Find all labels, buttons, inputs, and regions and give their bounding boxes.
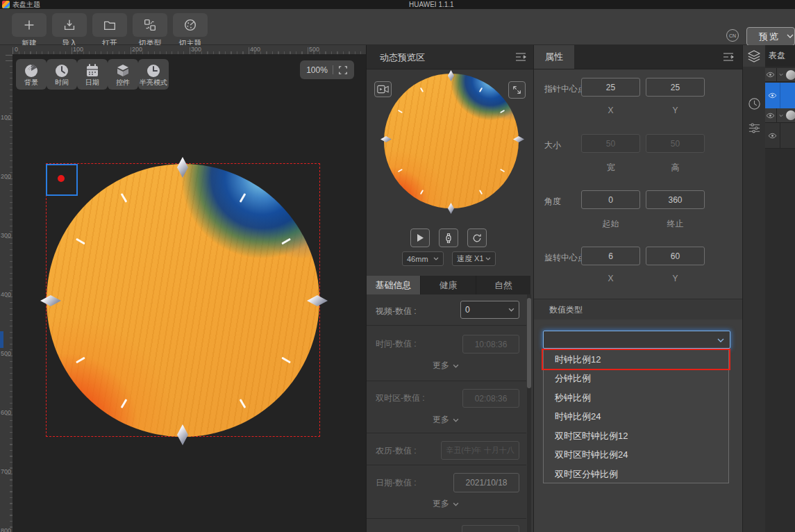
ruler-v-800: 800 — [1, 527, 11, 532]
date-value-input[interactable] — [453, 473, 519, 492]
angle-end-caption: 终止 — [646, 218, 705, 230]
layer-thumbnail — [786, 70, 795, 80]
expand-preview-button[interactable] — [508, 81, 526, 99]
option-dual-minute-ratio[interactable]: 双时区分钟比例 — [544, 465, 728, 484]
widget-tool-button[interactable]: 控件 — [108, 59, 138, 90]
option-clock-ratio-24[interactable]: 时钟比例24 — [544, 408, 728, 427]
collapse-panel-icon[interactable] — [723, 52, 734, 62]
option-dual-clock-ratio-24[interactable]: 双时区时钟比例24 — [544, 446, 728, 465]
time-value-input[interactable] — [462, 335, 519, 354]
time-tool-label: 时间 — [55, 78, 69, 88]
rotation-center-y-input[interactable] — [646, 247, 705, 265]
design-canvas[interactable]: 背景 时间 日期 控件 半亮模式 100% — [12, 54, 366, 532]
tab-basic-info[interactable]: 基础信息 — [367, 276, 420, 294]
lunar-value-input[interactable] — [441, 441, 519, 460]
value-type-select[interactable] — [543, 331, 730, 349]
preview-scrollbar-thumb[interactable] — [527, 298, 531, 388]
zoom-level: 100% — [306, 65, 328, 75]
layer-row-selected[interactable] — [765, 83, 795, 108]
open-button[interactable] — [92, 13, 127, 37]
pointer-center-x-caption: X — [581, 106, 640, 115]
eye-visibility-icon[interactable] — [765, 108, 777, 122]
horizontal-ruler: 0 100 200 300 400 500 — [12, 45, 366, 54]
play-button[interactable] — [410, 228, 430, 247]
switch-type-button[interactable] — [133, 13, 167, 37]
chevron-down-icon[interactable] — [779, 73, 783, 76]
sliders-icon[interactable] — [748, 121, 761, 134]
option-minute-ratio[interactable]: 分钟比例 — [544, 369, 728, 389]
background-tool-button[interactable]: 背景 — [16, 59, 47, 90]
angle-end-input[interactable] — [646, 190, 705, 209]
record-video-button[interactable] — [374, 81, 392, 97]
refresh-button[interactable] — [467, 228, 487, 247]
eye-visibility-icon[interactable] — [765, 83, 780, 108]
time-tool-button[interactable]: 时间 — [47, 59, 77, 90]
ruler-h-300: 300 — [191, 46, 201, 53]
eye-visibility-icon[interactable] — [765, 123, 780, 148]
date-tool-button[interactable]: 日期 — [77, 59, 108, 90]
title-bar: 表盘主题 HUAWEI 1.1.1 — [0, 0, 795, 9]
ruler-v-700: 700 — [1, 468, 11, 475]
dual-timezone-input[interactable] — [462, 389, 519, 408]
pointer-center-x-input[interactable] — [581, 78, 640, 97]
clock-outline-icon[interactable] — [748, 97, 761, 110]
import-button[interactable] — [52, 13, 87, 37]
ruler-v-100: 100 — [1, 114, 11, 121]
time-more-link[interactable]: 更多 — [433, 360, 459, 372]
vertical-ruler: 100 200 300 400 500 600 700 800 — [0, 54, 12, 532]
ruler-v-600: 600 — [1, 409, 11, 416]
watch-size-select[interactable]: 46mm — [402, 251, 444, 266]
dual-more-label: 更多 — [433, 414, 449, 426]
video-value-label: 视频-数值 : — [376, 306, 417, 317]
plus-icon — [22, 17, 37, 33]
date-tool-label: 日期 — [85, 78, 99, 88]
red-dot-widget[interactable] — [58, 175, 65, 182]
tab-nature[interactable]: 自然 — [476, 276, 530, 294]
next-field-input-partial[interactable] — [462, 525, 519, 532]
ruler-h-400: 400 — [250, 46, 260, 53]
time-value-label: 时间-数值 : — [376, 338, 417, 350]
watch-device-button[interactable] — [439, 228, 458, 247]
zoom-widget[interactable]: 100% — [300, 60, 354, 79]
eye-visibility-icon[interactable] — [765, 68, 777, 81]
tab-health[interactable]: 健康 — [420, 276, 476, 294]
layer-group-row[interactable] — [765, 108, 795, 123]
properties-tab[interactable]: 属性 — [534, 45, 574, 69]
layer-row[interactable] — [765, 123, 795, 149]
language-badge[interactable]: CN — [726, 29, 739, 42]
tab-basic-info-label: 基础信息 — [376, 279, 412, 292]
date-more-link[interactable]: 更多 — [433, 498, 459, 510]
left-scrollbar-thumb[interactable] — [0, 331, 3, 348]
chevron-down-icon[interactable] — [779, 114, 783, 117]
watchface-canvas[interactable] — [47, 164, 319, 437]
size-height-input[interactable] — [646, 134, 705, 153]
layer-group-row[interactable] — [765, 68, 795, 82]
option-dual-clock-ratio-12[interactable]: 双时区时钟比例12 — [544, 426, 728, 446]
preview-panel-scrollbar[interactable] — [527, 294, 531, 532]
fit-screen-icon[interactable] — [338, 65, 348, 75]
layers-side-strip — [743, 67, 765, 532]
layers-tab[interactable] — [743, 45, 765, 67]
option-clock-ratio-12[interactable]: 时钟比例12 — [544, 350, 728, 369]
background-tool-label: 背景 — [24, 78, 38, 88]
dual-more-link[interactable]: 更多 — [433, 414, 459, 426]
watch-size-value: 46mm — [407, 255, 428, 263]
new-button[interactable] — [12, 13, 47, 37]
size-width-input[interactable] — [581, 134, 640, 153]
collapse-panel-icon[interactable] — [515, 52, 526, 62]
preview-button[interactable]: 预览 — [746, 27, 795, 46]
angle-start-input[interactable] — [581, 190, 640, 209]
aod-mode-tool-button[interactable]: 半亮模式 — [138, 59, 169, 90]
video-value: 0 — [465, 305, 470, 315]
pointer-center-y-input[interactable] — [646, 78, 705, 97]
tab-health-label: 健康 — [440, 279, 458, 292]
option-second-ratio[interactable]: 秒钟比例 — [544, 388, 728, 408]
video-value-select[interactable]: 0 — [460, 301, 519, 319]
time-more-label: 更多 — [433, 360, 449, 372]
speed-select[interactable]: 速度 X1 — [452, 251, 496, 266]
ruler-corner — [0, 45, 12, 54]
chevron-down-icon — [787, 34, 794, 39]
rotation-center-x-input[interactable] — [581, 247, 640, 265]
switch-theme-button[interactable] — [173, 13, 208, 37]
chevron-down-icon — [508, 308, 514, 312]
